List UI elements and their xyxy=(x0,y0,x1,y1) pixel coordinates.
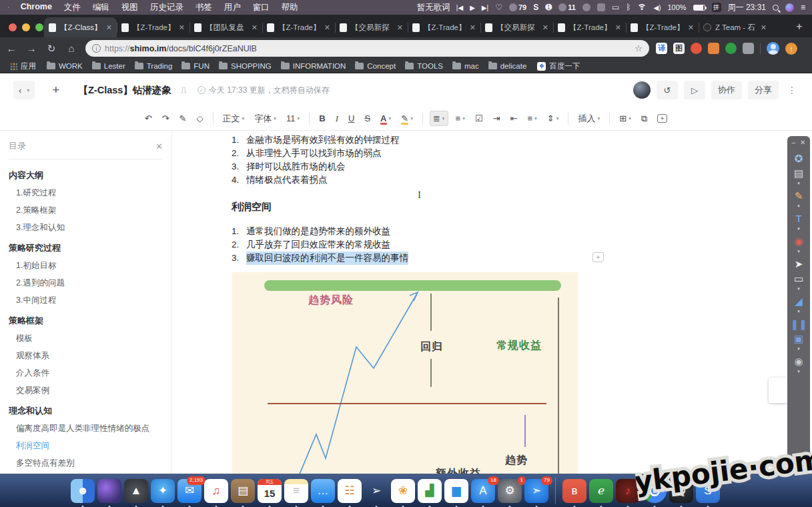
palette-caret-icon[interactable]: ▾ xyxy=(797,181,800,186)
bookmark-folder-WORK[interactable]: WORK xyxy=(42,62,87,70)
line-spacing-button[interactable]: ⇕▾ xyxy=(544,111,562,125)
siri-icon[interactable] xyxy=(785,3,794,12)
toc-item[interactable]: 介入条件 xyxy=(16,369,163,378)
bookmark-folder-delicate[interactable]: delicate xyxy=(484,62,532,70)
screen-capture-icon[interactable]: ▭ xyxy=(794,274,803,284)
browser-tab[interactable]: 【团队复盘✕ xyxy=(189,17,262,37)
tab-close-icon[interactable]: ✕ xyxy=(324,23,330,32)
safari-icon[interactable]: ✦ xyxy=(151,479,175,503)
tab-close-icon[interactable]: ✕ xyxy=(179,23,185,32)
history-button[interactable]: ↺ xyxy=(657,81,678,99)
minimize-window-button[interactable] xyxy=(22,23,30,31)
calendar-icon[interactable]: 周五15 xyxy=(258,479,282,503)
volume-icon[interactable]: ◀) xyxy=(653,4,661,11)
wifi-icon[interactable] xyxy=(637,4,647,11)
palette-caret-icon[interactable]: ▾ xyxy=(797,203,800,209)
search-icon[interactable] xyxy=(773,5,779,11)
palette-caret-icon[interactable]: ▾ xyxy=(797,346,800,352)
insert-button[interactable]: 插入▾ xyxy=(575,111,602,127)
toc-section-title[interactable]: 理念和认知 xyxy=(9,405,163,417)
clear-format-button[interactable]: ◇ xyxy=(194,111,206,125)
bear-icon[interactable]: ʙ xyxy=(562,479,586,503)
toc-item[interactable]: 2.遇到的问题 xyxy=(16,279,163,288)
launchpad-icon[interactable]: ▲ xyxy=(124,479,148,503)
palette-caret-icon[interactable]: ▾ xyxy=(797,309,800,314)
finder-icon[interactable]: ☻ xyxy=(71,479,95,503)
playback-prev-icon[interactable]: |◀ xyxy=(456,4,463,11)
align-button[interactable]: ≡▾ xyxy=(524,111,539,125)
bookmark-folder-FUN[interactable]: FUN xyxy=(177,62,214,70)
messages-icon[interactable]: … xyxy=(311,479,335,503)
highlight-color-button[interactable]: ✎▾ xyxy=(398,111,416,125)
checklist-button[interactable]: ☑ xyxy=(472,111,486,125)
tab-close-icon[interactable]: ✕ xyxy=(252,23,258,32)
toc-section-title[interactable]: 策略研究过程 xyxy=(9,242,163,254)
numbers-icon[interactable]: ▟ xyxy=(418,479,442,503)
menubar-item-视图[interactable]: 视图 xyxy=(115,2,144,13)
shimo-menubar-icon[interactable]: S xyxy=(533,3,538,12)
toc-item[interactable]: 利润空间 xyxy=(16,442,163,450)
toc-section-title[interactable]: 内容大纲 xyxy=(9,169,163,181)
tab-close-icon[interactable]: ✕ xyxy=(761,23,767,32)
lyric-widget[interactable]: 暂无歌词 xyxy=(411,2,456,13)
home-button[interactable]: ⌂ xyxy=(63,40,80,57)
add-comment-icon[interactable]: + xyxy=(592,252,604,262)
palette-caret-icon[interactable]: ▾ xyxy=(797,226,800,231)
app-icon[interactable] xyxy=(582,3,590,11)
toc-item[interactable]: 3.理念和认知 xyxy=(16,223,163,232)
app-icon[interactable] xyxy=(597,3,605,11)
snip-ext-icon[interactable]: 图 xyxy=(673,43,685,54)
menubar-item-窗口[interactable]: 窗口 xyxy=(247,2,276,13)
menubar-item-用户[interactable]: 用户 xyxy=(218,2,247,13)
document-canvas[interactable]: 1.金融市场是弱有效到强有效的钟摆过程2.从非理性入手可以找到市场的弱点3.择时… xyxy=(172,131,784,474)
toc-item[interactable]: 观察体系 xyxy=(16,352,163,360)
photos-icon[interactable]: ❀ xyxy=(391,479,415,503)
toc-item[interactable]: 偏离度高即是人类非理性情绪的极点 xyxy=(16,424,163,433)
playback-next-icon[interactable]: ▶| xyxy=(482,4,488,11)
present-button[interactable]: ▷ xyxy=(684,81,705,99)
menubar-item-文件[interactable]: 文件 xyxy=(58,2,87,13)
tab-close-icon[interactable]: ✕ xyxy=(106,23,112,32)
evernote-icon[interactable]: ℯ xyxy=(589,479,613,503)
forward-button[interactable]: → xyxy=(23,40,40,57)
browser-tab[interactable]: 【Z-Trade】✕ xyxy=(626,17,699,37)
toc-item[interactable]: 1.研究过程 xyxy=(16,189,163,197)
bookmark-star-icon[interactable]: ☆ xyxy=(635,43,643,53)
bookmark-folder-SHOPPING[interactable]: SHOPPING xyxy=(214,62,276,70)
printer-icon[interactable]: ▤ xyxy=(794,168,803,178)
menubar-clock[interactable]: 周一 23:31 xyxy=(728,2,766,13)
menubar-item-书签[interactable]: 书签 xyxy=(189,2,218,13)
tab-close-icon[interactable]: ✕ xyxy=(397,23,403,32)
close-window-button[interactable] xyxy=(9,23,17,31)
red-ext-icon[interactable] xyxy=(691,43,702,54)
more-options-icon[interactable]: ⋮ xyxy=(785,85,800,95)
bookmark-folder-TOOLS[interactable]: TOOLS xyxy=(400,62,448,70)
dingtalk-icon[interactable]: ➣79 xyxy=(524,479,548,503)
translate-ext-icon[interactable]: 译 xyxy=(656,43,667,54)
bold-button[interactable]: B xyxy=(316,111,328,125)
bluetooth-icon[interactable]: ᛒ xyxy=(626,3,631,12)
bell-icon[interactable]: 11 xyxy=(558,3,576,11)
new-tab-button[interactable]: + xyxy=(791,18,808,35)
menubar-item-编辑[interactable]: 编辑 xyxy=(87,2,115,13)
app-store-icon[interactable]: A18 xyxy=(471,479,495,503)
playback-play-icon[interactable]: ▶ xyxy=(470,4,475,11)
panel-icon[interactable]: ▣ xyxy=(794,334,803,344)
strikethrough-button[interactable]: S xyxy=(362,111,373,125)
palette-caret-icon[interactable]: ▾ xyxy=(797,286,800,292)
doc-back-button[interactable]: ‹▾ xyxy=(13,81,35,99)
squeegee-tool-icon[interactable]: ◢ xyxy=(795,296,803,306)
update-chrome-icon[interactable]: ↑ xyxy=(785,43,797,55)
browser-tab[interactable]: 【Z-Trade】✕ xyxy=(553,17,626,37)
comment-button[interactable]: + xyxy=(655,112,670,125)
bookmark-folder-INFORMATION[interactable]: INFORMATION xyxy=(276,62,351,70)
bookmark-folder-mac[interactable]: mac xyxy=(448,62,484,70)
tab-close-icon[interactable]: ✕ xyxy=(542,23,548,32)
toc-section-title[interactable]: 策略框架 xyxy=(9,315,163,327)
browser-tab[interactable]: 【Z-Trade】✕ xyxy=(408,17,480,37)
numbered-list-button[interactable]: ≣▾ xyxy=(430,111,448,126)
reminders-icon[interactable]: ☷ xyxy=(338,479,362,503)
font-family-select[interactable]: 字体▾ xyxy=(252,111,279,127)
music-icon[interactable]: ♫ xyxy=(204,479,228,503)
profile-avatar[interactable] xyxy=(767,42,779,55)
